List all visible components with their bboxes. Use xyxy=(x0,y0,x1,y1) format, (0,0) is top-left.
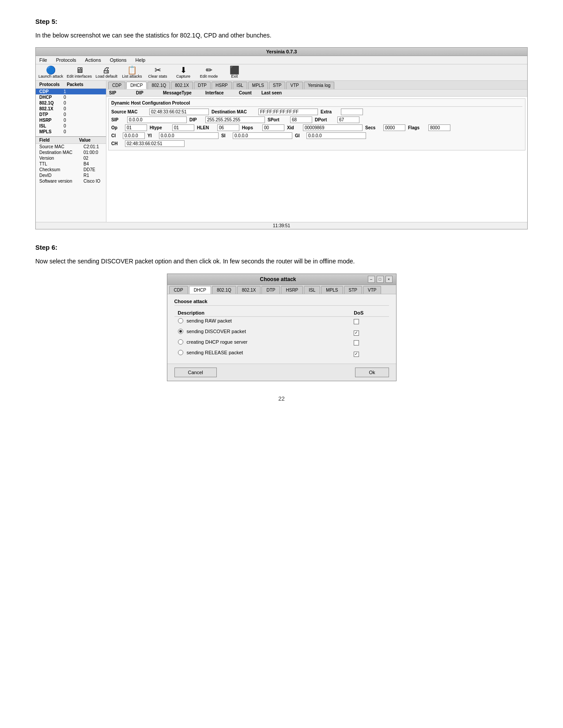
tab-dtp[interactable]: DTP xyxy=(194,82,211,89)
menu-help[interactable]: Help xyxy=(135,57,147,63)
attack-tab-vtp[interactable]: VTP xyxy=(363,286,381,294)
dhcp-flags-input[interactable] xyxy=(428,124,450,131)
option-rogue-server: creating DHCP rogue server xyxy=(174,338,389,349)
attack-tab-bar: CDP DHCP 802.1Q 802.1X DTP HSRP ISL MPLS… xyxy=(167,285,396,294)
dhcp-dest-mac-input[interactable] xyxy=(258,109,318,115)
protocol-dtp[interactable]: DTP 0 xyxy=(36,112,106,117)
dhcp-dip-input[interactable] xyxy=(205,116,265,123)
protocol-dhcp[interactable]: DHCP 0 xyxy=(36,94,106,100)
tab-dhcp[interactable]: DHCP xyxy=(126,82,147,89)
protocol-hsrp[interactable]: HSRP 0 xyxy=(36,117,106,123)
attack-tab-hsrp[interactable]: HSRP xyxy=(281,286,303,294)
attack-tab-dtp[interactable]: DTP xyxy=(261,286,280,294)
yersinia-titlebar: Yersinia 0.7.3 xyxy=(36,48,527,56)
menu-protocols[interactable]: Protocols xyxy=(55,57,77,63)
close-button[interactable]: × xyxy=(385,276,393,283)
attack-tab-isl[interactable]: ISL xyxy=(304,286,320,294)
launch-attack-button[interactable]: 🔵 Launch attack xyxy=(38,66,63,79)
field-source-mac: Source MAC C2:01:1 xyxy=(36,144,106,150)
dos-rogue-server[interactable] xyxy=(354,340,359,345)
dhcp-sip-input[interactable] xyxy=(127,116,187,123)
dos-discover-packet[interactable] xyxy=(354,330,359,336)
radio-discover-packet[interactable] xyxy=(178,329,183,334)
dhcp-yi-input[interactable] xyxy=(159,132,219,139)
attack-tab-mpls[interactable]: MPLS xyxy=(321,286,343,294)
protocol-8021x[interactable]: 802.1X 0 xyxy=(36,106,106,112)
tab-hsrp[interactable]: HSRP xyxy=(212,82,232,89)
dhcp-extra-input[interactable] xyxy=(341,109,363,115)
step6-desc: Now select the sending DISCOVER packet o… xyxy=(35,256,528,266)
dhcp-ch-input[interactable] xyxy=(125,140,185,147)
load-default-icon: 🖨 xyxy=(102,66,110,74)
dhcp-ci-input[interactable] xyxy=(123,132,145,139)
step6-heading: Step 6: xyxy=(35,244,528,251)
dhcp-hlen-input[interactable] xyxy=(217,124,239,131)
cancel-button[interactable]: Cancel xyxy=(174,368,217,377)
radio-raw-packet[interactable] xyxy=(178,318,183,323)
attack-tab-cdp[interactable]: CDP xyxy=(169,286,188,294)
yersinia-window: Yersinia 0.7.3 File Protocols Actions Op… xyxy=(35,47,528,229)
yersinia-statusbar: 11:39:51 xyxy=(36,222,527,229)
tab-8021x[interactable]: 802.1X xyxy=(171,82,193,89)
list-attacks-button[interactable]: 📋 List attacks xyxy=(121,66,143,79)
dhcp-source-mac-input[interactable] xyxy=(149,109,209,115)
menu-actions[interactable]: Actions xyxy=(84,57,102,63)
dhcp-sport-input[interactable] xyxy=(290,116,312,123)
dhcp-dport-input[interactable] xyxy=(337,116,359,123)
tab-mpls[interactable]: MPLS xyxy=(248,82,268,89)
protocol-8021q[interactable]: 802.1Q 0 xyxy=(36,100,106,106)
tab-stp[interactable]: STP xyxy=(269,82,285,89)
maximize-button[interactable]: □ xyxy=(377,276,384,283)
dhcp-gi-input[interactable] xyxy=(306,132,366,139)
dhcp-row-ci: CI YI SI GI xyxy=(111,132,522,139)
attack-tab-dhcp[interactable]: DHCP xyxy=(189,286,211,294)
radio-rogue-server[interactable] xyxy=(178,339,183,345)
left-panel: Protocols Packets CDP 1 DHCP 0 802.1Q 0 … xyxy=(36,81,106,222)
list-attacks-icon: 📋 xyxy=(127,66,137,74)
dhcp-si-input[interactable] xyxy=(233,132,292,139)
page-number: 22 xyxy=(35,395,528,402)
yersinia-toolbar: 🔵 Launch attack 🖥 Edit interfaces 🖨 Load… xyxy=(36,64,527,81)
tab-isl[interactable]: ISL xyxy=(233,82,247,89)
capture-icon: ⬇ xyxy=(180,66,187,74)
protocol-cdp[interactable]: CDP 1 xyxy=(36,89,106,94)
edit-interfaces-button[interactable]: 🖥 Edit interfaces xyxy=(67,66,92,79)
menu-file[interactable]: File xyxy=(38,57,48,63)
tab-yersinia-log[interactable]: Yersinia log xyxy=(304,82,334,89)
edit-mode-icon: ✏ xyxy=(206,66,212,74)
option-release-label: sending RELEASE packet xyxy=(187,350,243,355)
tab-cdp[interactable]: CDP xyxy=(108,82,125,89)
edit-mode-button[interactable]: ✏ Edit mode xyxy=(198,66,220,79)
load-default-button[interactable]: 🖨 Load default xyxy=(95,66,117,79)
dos-raw-packet[interactable] xyxy=(354,319,359,324)
option-release-packet: sending RELEASE packet xyxy=(174,349,389,359)
field-checksum: Checksum DD7E xyxy=(36,167,106,173)
dhcp-hops-input[interactable] xyxy=(262,124,284,131)
clear-stats-button[interactable]: ✂ Clear stats xyxy=(147,66,169,79)
attack-tab-8021x[interactable]: 802.1X xyxy=(237,286,261,294)
ok-button[interactable]: Ok xyxy=(355,368,389,377)
radio-release-packet[interactable] xyxy=(178,350,183,355)
protocol-mpls[interactable]: MPLS 0 xyxy=(36,129,106,135)
tab-8021q[interactable]: 802.1Q xyxy=(147,82,170,89)
dhcp-secs-input[interactable] xyxy=(383,124,405,131)
desc-col-header: Description xyxy=(174,309,351,317)
exit-label: Exit xyxy=(231,74,238,79)
minimize-button[interactable]: – xyxy=(368,276,375,283)
field-dest-mac: Destination MAC 01:00:0 xyxy=(36,150,106,155)
field-version: Version 02 xyxy=(36,155,106,161)
dhcp-htype-input[interactable] xyxy=(172,124,194,131)
field-value-header: Field Value xyxy=(36,137,106,144)
dos-release-packet[interactable] xyxy=(354,352,359,357)
attack-tab-8021q[interactable]: 802.1Q xyxy=(212,286,236,294)
tab-vtp[interactable]: VTP xyxy=(286,82,302,89)
menu-options[interactable]: Options xyxy=(109,57,128,63)
attack-tab-stp[interactable]: STP xyxy=(344,286,362,294)
dhcp-row-op: Op Htype HLEN Hops Xid Secs xyxy=(111,124,522,131)
capture-button[interactable]: ⬇ Capture xyxy=(172,66,194,79)
exit-button[interactable]: ⬛ Exit xyxy=(223,66,246,79)
capture-label: Capture xyxy=(176,74,190,79)
dhcp-op-input[interactable] xyxy=(125,124,147,131)
protocol-isl[interactable]: ISL 0 xyxy=(36,123,106,129)
dhcp-xid-input[interactable] xyxy=(303,124,363,131)
